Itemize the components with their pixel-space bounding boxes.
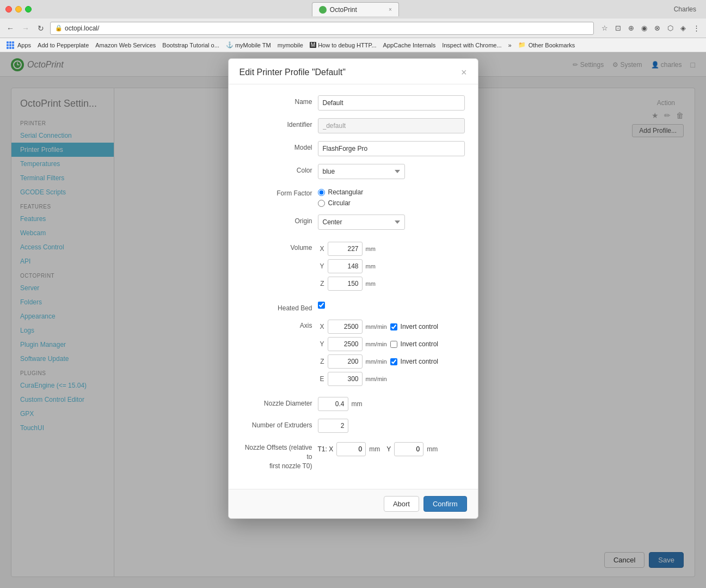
axis-y-invert-label: Invert control (401, 340, 438, 348)
axis-e-input[interactable] (328, 372, 363, 386)
menu-icon[interactable]: ⋮ (691, 23, 702, 34)
tab-close-button[interactable]: × (389, 7, 392, 13)
apps-label: Apps (17, 42, 31, 48)
volume-y-input[interactable] (328, 259, 363, 273)
num-extruders-input[interactable] (318, 419, 348, 433)
cast-icon[interactable]: ⊡ (612, 23, 623, 34)
bookmark-bootstrap[interactable]: Bootstrap Tutorial o... (160, 41, 222, 49)
browser-titlebar: OctoPrint × Charles (0, 0, 706, 19)
axis-z-input[interactable] (328, 354, 363, 369)
color-label: Color (242, 164, 312, 174)
address-text: octopi.local/ (65, 24, 99, 32)
toolbar-icons: ☆ ⊡ ⊕ ◉ ⊗ ⬡ ◈ ⋮ (599, 23, 702, 34)
offset-t1-x-input[interactable] (336, 442, 366, 456)
volume-x-row: X mm (318, 242, 376, 256)
volume-y-unit: mm (366, 263, 376, 270)
nozzle-diameter-input[interactable] (318, 397, 348, 411)
address-bar[interactable]: 🔒 octopi.local/ (50, 22, 594, 35)
volume-x-input[interactable] (328, 242, 363, 256)
rectangular-radio[interactable] (318, 189, 325, 196)
identifier-input[interactable] (318, 118, 465, 133)
bookmark-aws[interactable]: Amazon Web Services (93, 41, 158, 49)
circular-radio[interactable] (318, 200, 325, 207)
edit-printer-profile-modal: Edit Printer Profile "Default" × Name Id… (228, 58, 478, 519)
axis-x-input[interactable] (328, 320, 363, 334)
color-select[interactable]: blue red green orange (318, 164, 405, 179)
form-row-axis: Axis X mm/min Invert control Y (242, 320, 465, 389)
maximize-window-button[interactable] (25, 6, 32, 13)
modal-close-button[interactable]: × (461, 68, 467, 77)
origin-select[interactable]: Center Lower Left (318, 215, 405, 230)
bookmark-inspect[interactable]: Inspect with Chrome... (440, 41, 504, 49)
extension1-icon[interactable]: ⊕ (625, 23, 636, 34)
axis-x-invert-checkbox[interactable] (390, 323, 397, 330)
axis-y-input[interactable] (328, 337, 363, 351)
axis-z-invert-checkbox[interactable] (390, 358, 397, 365)
back-button[interactable]: ← (4, 22, 16, 34)
circular-radio-label[interactable]: Circular (318, 199, 364, 207)
bookmark-star-icon[interactable]: ☆ (599, 23, 610, 34)
browser-tab[interactable]: OctoPrint × (312, 2, 399, 16)
bookmark-debug-http[interactable]: M How to debug HTTP... (308, 41, 379, 49)
forward-button[interactable]: → (20, 22, 32, 34)
volume-z-unit: mm (366, 280, 376, 287)
num-extruders-label: Number of Extruders (242, 419, 312, 429)
form-factor-radio-group: Rectangular Circular (318, 187, 364, 207)
nozzle-offsets-label: Nozzle Offsets (relative to first nozzle… (242, 440, 312, 470)
heated-bed-checkbox[interactable] (318, 302, 325, 309)
form-row-volume: Volume X mm Y mm (242, 242, 465, 294)
bookmark-mymobiletm[interactable]: ⚓ myMobile TM (224, 41, 273, 49)
volume-z-label: Z (318, 280, 324, 287)
form-row-num-extruders: Number of Extruders (242, 419, 465, 433)
extension2-icon[interactable]: ◉ (639, 23, 649, 34)
modal-body: Name Identifier Model C (229, 84, 478, 489)
form-factor-label: Form Factor (242, 187, 312, 197)
form-row-identifier: Identifier (242, 118, 465, 133)
nozzle-diameter-row: mm (318, 397, 363, 411)
axis-e-label: E (318, 375, 324, 383)
volume-x-unit: mm (366, 246, 376, 252)
bookmark-other[interactable]: 📁 Other Bookmarks (516, 41, 578, 49)
volume-z-row: Z mm (318, 277, 376, 291)
form-row-nozzle-offsets: Nozzle Offsets (relative to first nozzle… (242, 440, 465, 470)
bookmark-pepperplate[interactable]: Add to Pepperplate (35, 41, 91, 49)
axis-e-row: E mm/min (318, 372, 438, 386)
offset-t1-x-unit: mm (369, 445, 380, 453)
heated-bed-label: Heated Bed (242, 302, 312, 312)
extension3-icon[interactable]: ⊗ (652, 23, 662, 34)
axis-z-unit: mm/min (366, 358, 387, 365)
abort-button[interactable]: Abort (384, 496, 419, 512)
volume-x-label: X (318, 245, 324, 253)
form-row-color: Color blue red green orange (242, 164, 465, 179)
extension5-icon[interactable]: ◈ (678, 23, 689, 34)
volume-z-input[interactable] (328, 277, 363, 291)
origin-label: Origin (242, 215, 312, 225)
axis-label: Axis (242, 320, 312, 329)
extension4-icon[interactable]: ⬡ (665, 23, 676, 34)
bookmark-more[interactable]: » (506, 41, 514, 49)
bookmark-mymobile[interactable]: mymobile (275, 41, 305, 49)
address-lock-icon: 🔒 (55, 24, 63, 32)
apps-bookmark[interactable]: Apps (4, 41, 33, 50)
axis-y-label: Y (318, 340, 324, 348)
model-input[interactable] (318, 141, 465, 156)
bookmark-appcache[interactable]: AppCache Internals (381, 41, 438, 49)
volume-inputs: X mm Y mm Z (318, 242, 376, 294)
rectangular-radio-label[interactable]: Rectangular (318, 188, 364, 196)
offset-t1-y-input[interactable] (394, 442, 423, 456)
minimize-window-button[interactable] (15, 6, 22, 13)
form-row-name: Name (242, 95, 465, 111)
nozzle-diameter-label: Nozzle Diameter (242, 397, 312, 407)
circular-label: Circular (328, 199, 351, 207)
name-input[interactable] (318, 95, 465, 111)
axis-y-row: Y mm/min Invert control (318, 337, 438, 351)
model-label: Model (242, 141, 312, 151)
refresh-button[interactable]: ↻ (35, 22, 47, 34)
close-window-button[interactable] (5, 6, 12, 13)
bookmarks-bar: Apps Add to Pepperplate Amazon Web Servi… (0, 38, 706, 52)
browser-chrome: OctoPrint × Charles ← → ↻ 🔒 octopi.local… (0, 0, 706, 53)
axis-y-invert-checkbox[interactable] (390, 341, 397, 348)
axis-x-unit: mm/min (366, 323, 387, 330)
confirm-button[interactable]: Confirm (423, 496, 467, 512)
modal-overlay: Edit Printer Profile "Default" × Name Id… (0, 53, 706, 588)
